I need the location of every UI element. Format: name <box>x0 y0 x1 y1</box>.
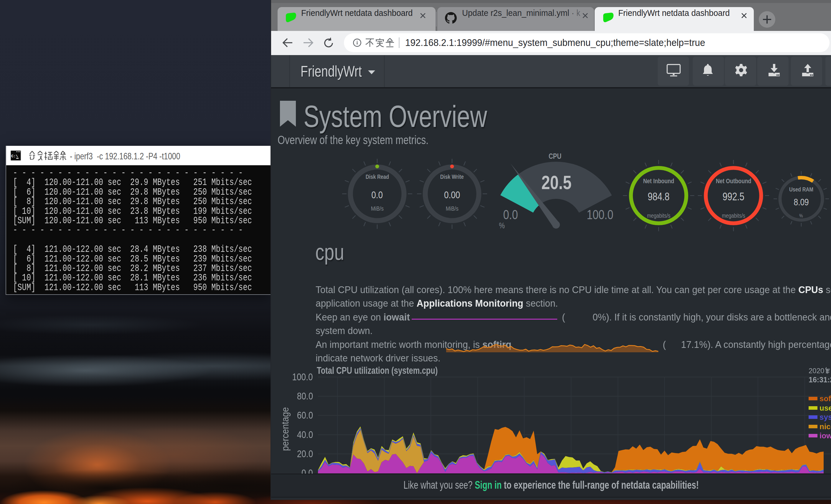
svg-text:C:\: C:\ <box>11 154 18 158</box>
